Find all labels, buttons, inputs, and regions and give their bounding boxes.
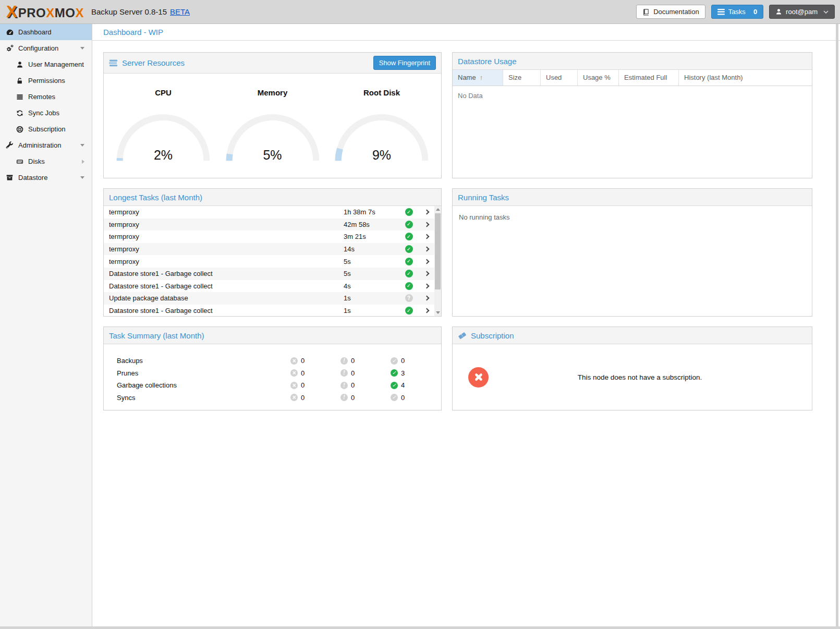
tasks-count-badge: 0 [753, 8, 757, 16]
sidebar-item-sync-jobs[interactable]: Sync Jobs [0, 105, 92, 121]
status-ok-icon [405, 282, 413, 290]
tasks-button[interactable]: Tasks 0 [711, 5, 763, 19]
panel-title: Longest Tasks (last Month) [109, 193, 202, 202]
status-ok-icon [405, 233, 413, 240]
chevron-right-icon[interactable] [419, 260, 434, 263]
sidebar-item-permissions[interactable]: Permissions [0, 72, 92, 89]
chevron-down-icon [80, 176, 84, 179]
task-row[interactable]: Datastore store1 - Garbage collect 4s [104, 280, 434, 293]
remotes-icon [15, 93, 24, 101]
scrollbar-thumb[interactable] [435, 213, 441, 289]
wrench-icon [5, 141, 14, 149]
documentation-button[interactable]: Documentation [636, 5, 705, 19]
datastore-icon [5, 174, 14, 182]
task-list-icon [717, 9, 725, 15]
sidebar-item-administration[interactable]: Administration [0, 137, 92, 153]
task-row[interactable]: termproxy 3m 21s [104, 231, 434, 243]
sidebar-item-subscription[interactable]: Subscription [0, 121, 92, 137]
show-fingerprint-button[interactable]: Show Fingerprint [373, 56, 436, 70]
panel-title: Running Tasks [458, 193, 509, 202]
chevron-right-icon [82, 160, 84, 164]
summary-row-backups: Backups 0 0 0 [117, 355, 441, 367]
sidebar-item-datastore[interactable]: Datastore [0, 170, 92, 186]
error-icon [290, 382, 298, 389]
status-ok-icon [405, 270, 413, 277]
sidebar-item-dashboard[interactable]: Dashboard [0, 24, 92, 40]
column-header-history[interactable]: History (last Month) [679, 70, 812, 86]
gauge-cpu: CPU 2% [111, 88, 215, 164]
top-bar: X PROXMOX Backup Server 0.8-15 BETA Docu… [0, 0, 840, 24]
gauge-cpu-value: 2% [111, 148, 215, 163]
longest-tasks-list: termproxy 1h 38m 7s termproxy 42m 58s [104, 206, 434, 316]
page-title: Dashboard - WIP [92, 24, 840, 41]
task-row[interactable]: termproxy 42m 58s [104, 219, 434, 231]
gauge-memory: Memory 5% [221, 88, 325, 164]
warning-icon [340, 369, 348, 377]
product-title: Backup Server 0.8-15 [91, 7, 167, 16]
sidebar: Dashboard Configuration User Management … [0, 24, 92, 626]
proxmox-x-icon: X [6, 4, 17, 20]
scroll-up-button[interactable] [434, 206, 441, 213]
warning-icon [340, 382, 348, 389]
task-row[interactable]: Datastore store1 - Garbage collect 1s [104, 305, 434, 316]
user-icon [15, 61, 24, 68]
sidebar-item-disks[interactable]: Disks [0, 153, 92, 170]
disks-icon [15, 158, 24, 165]
beta-link[interactable]: BETA [170, 7, 190, 16]
task-row[interactable]: termproxy 5s [104, 255, 434, 268]
column-header-name[interactable]: Name [453, 70, 503, 86]
server-resources-panel: Server Resources Show Fingerprint CPU 2%… [103, 52, 442, 178]
longest-tasks-panel: Longest Tasks (last Month) termproxy 1h … [103, 188, 442, 317]
gears-icon [5, 44, 14, 53]
book-icon [642, 8, 650, 16]
column-header-size[interactable]: Size [503, 70, 541, 86]
dashboard-icon [5, 28, 14, 37]
scrollbar[interactable] [434, 206, 441, 316]
ok-icon [391, 382, 398, 389]
subscription-panel: Subscription This node does not have a s… [452, 326, 812, 410]
datastore-usage-panel: Datastore Usage Name Size Used Usage % E… [452, 52, 812, 178]
user-icon [775, 8, 782, 15]
gauge-root-disk-value: 9% [330, 148, 434, 163]
column-header-usage[interactable]: Usage % [578, 70, 619, 86]
warning-icon [340, 357, 348, 365]
subscription-message: This node does not have a subscription. [489, 373, 812, 381]
sidebar-item-user-management[interactable]: User Management [0, 56, 92, 72]
panel-title: Datastore Usage [458, 57, 517, 66]
task-row[interactable]: Update package database 1s [104, 292, 434, 305]
error-icon [290, 369, 298, 377]
user-menu-button[interactable]: root@pam [769, 5, 835, 19]
window-bottom-edge [0, 626, 840, 629]
server-stack-icon [109, 59, 118, 67]
gauge-root-disk: Root Disk 9% [330, 88, 434, 164]
error-icon [290, 357, 298, 365]
chevron-right-icon[interactable] [419, 309, 434, 312]
gauge-memory-value: 5% [221, 148, 325, 163]
sidebar-item-remotes[interactable]: Remotes [0, 89, 92, 105]
column-header-estimated-full[interactable]: Estimated Full [619, 70, 679, 86]
task-row[interactable]: termproxy 14s [104, 243, 434, 256]
chevron-down-icon [80, 47, 84, 50]
scroll-down-button[interactable] [434, 309, 441, 316]
chevron-right-icon[interactable] [419, 296, 434, 300]
sidebar-item-configuration[interactable]: Configuration [0, 40, 92, 56]
chevron-right-icon[interactable] [419, 223, 434, 226]
task-row[interactable]: Datastore store1 - Garbage collect 5s [104, 268, 434, 280]
window-right-edge [836, 24, 838, 626]
chevron-down-icon [80, 144, 84, 147]
chevron-right-icon[interactable] [419, 235, 434, 238]
summary-row-prunes: Prunes 0 0 3 [117, 367, 441, 380]
ok-icon [391, 394, 398, 401]
error-icon [290, 394, 298, 401]
column-header-used[interactable]: Used [541, 70, 578, 86]
proxmox-wordmark: PROXMOX [18, 7, 84, 19]
task-row[interactable]: termproxy 1h 38m 7s [104, 206, 434, 219]
panel-title: Server Resources [122, 58, 185, 67]
chevron-right-icon[interactable] [419, 284, 434, 288]
chevron-right-icon[interactable] [419, 272, 434, 275]
running-tasks-panel: Running Tasks No running tasks [452, 188, 812, 317]
chevron-right-icon[interactable] [419, 247, 434, 251]
no-running-tasks-text: No running tasks [453, 206, 812, 228]
no-subscription-icon [468, 367, 489, 388]
chevron-right-icon[interactable] [419, 210, 434, 214]
